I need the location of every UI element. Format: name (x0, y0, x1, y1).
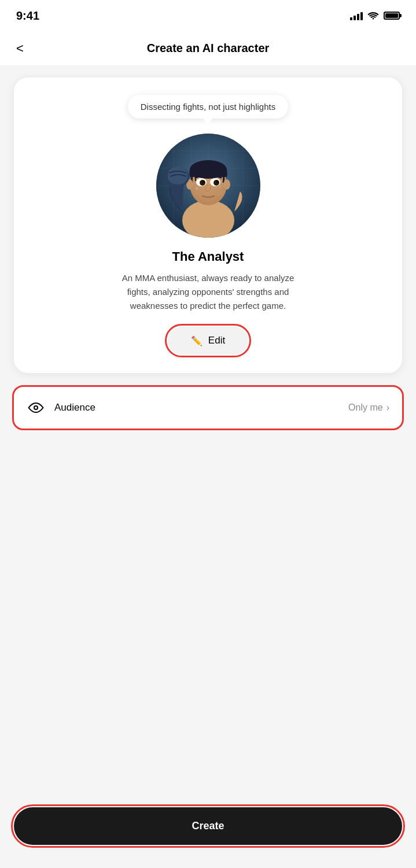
create-label: Create (192, 820, 224, 832)
battery-icon (384, 12, 400, 20)
page-wrapper: 9:41 < (0, 0, 416, 868)
speech-bubble-text: Dissecting fights, not just highlights (141, 102, 275, 112)
chevron-right-icon: › (386, 402, 389, 413)
back-button[interactable]: < (12, 36, 28, 61)
create-button-container: Create (14, 807, 402, 845)
status-icons (350, 11, 400, 20)
audience-value: Only me (348, 402, 383, 413)
edit-button[interactable]: ✏️ Edit (168, 327, 248, 354)
edit-label: Edit (208, 335, 225, 346)
audience-left: Audience (27, 398, 95, 417)
svg-point-18 (200, 180, 205, 186)
speech-bubble: Dissecting fights, not just highlights (128, 95, 288, 119)
status-time: 9:41 (16, 9, 39, 23)
signal-icon (350, 11, 363, 20)
page-title: Create an AI character (147, 42, 270, 55)
audience-label: Audience (54, 402, 95, 413)
svg-point-15 (223, 179, 230, 190)
svg-point-23 (219, 186, 220, 188)
svg-point-21 (216, 180, 219, 183)
pencil-icon: ✏️ (191, 335, 203, 346)
avatar-image (156, 134, 260, 238)
eye-icon (27, 398, 45, 417)
create-button[interactable]: Create (14, 807, 402, 845)
status-bar: 9:41 (0, 0, 416, 31)
svg-point-26 (35, 407, 37, 409)
main-content: Dissecting fights, not just highlights (0, 66, 416, 454)
svg-point-20 (203, 180, 205, 183)
audience-right: Only me › (348, 402, 389, 413)
character-description: An MMA enthusiast, always ready to analy… (110, 271, 307, 313)
character-name: The Analyst (172, 249, 244, 264)
wifi-icon (367, 11, 379, 20)
character-card: Dissecting fights, not just highlights (14, 77, 402, 373)
svg-point-22 (196, 187, 198, 190)
svg-point-19 (213, 180, 219, 186)
audience-row[interactable]: Audience Only me › (14, 387, 402, 429)
header: < Create an AI character (0, 31, 416, 66)
avatar (156, 134, 260, 238)
